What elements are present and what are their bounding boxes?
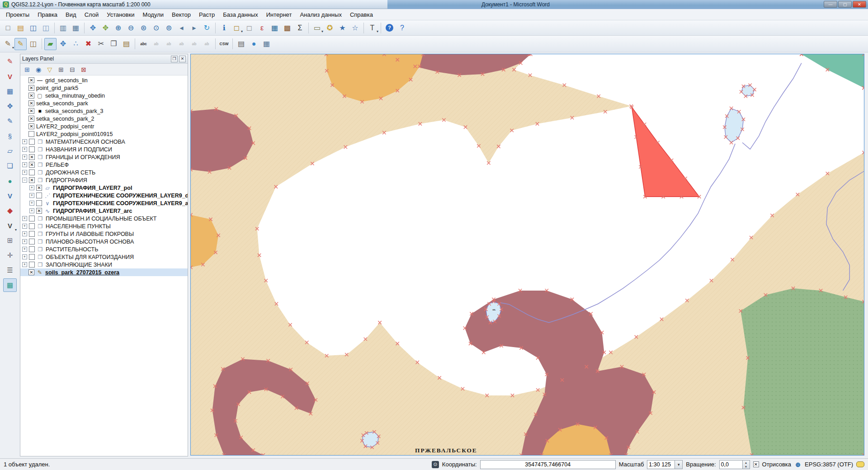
identify-features-button[interactable]: ℹ (218, 22, 230, 34)
layer-checkbox[interactable]: ✕ (28, 77, 34, 83)
layer-row-layer2_podpisi_point010915[interactable]: LAYER2_podpisi_point010915 (20, 130, 188, 138)
layer-checkbox[interactable] (29, 231, 35, 237)
layer-row-gidrotekh-sooruzheniya-layer9-arc[interactable]: +∨ГИДРОТЕХНИЧЕСКИЕ СООРУЖЕНИЯ_LAYER9_arc (20, 199, 188, 207)
whats-this-button[interactable]: ? (396, 22, 408, 34)
freehand-digitize-tool[interactable]: ✎ (3, 55, 17, 68)
shape-tool[interactable]: ▱ (3, 144, 17, 158)
multi-shape-tool[interactable]: ❏ (3, 159, 17, 173)
add-group-button[interactable]: ⊞ (22, 65, 32, 75)
mouse-position-icon[interactable]: ⊙ (432, 461, 439, 468)
layer-checkbox[interactable]: ✕ (28, 93, 34, 99)
toggle-editing-button[interactable]: ✎ (14, 38, 27, 50)
layer-checkbox[interactable] (29, 246, 35, 252)
menu-view[interactable]: Вид (61, 10, 80, 19)
menu-vector[interactable]: Вектор (168, 10, 195, 19)
layer-row-obekty-dlya-kartoizdaniya[interactable]: +❐ОБЪЕКТЫ ДЛЯ КАРТОИЗДАНИЯ (20, 253, 188, 261)
collapse-all-button[interactable]: ⊟ (67, 65, 77, 75)
menu-web[interactable]: Интернет (262, 10, 296, 19)
current-edits-button[interactable]: ✎▾ (2, 38, 14, 50)
map-tips-button[interactable]: ✪ (324, 22, 336, 34)
layer-expander[interactable]: + (22, 170, 27, 175)
crs-status[interactable]: EPSG:3857 (OTF) (805, 461, 853, 468)
layer-checkbox[interactable] (29, 262, 35, 268)
layer-expander[interactable]: + (22, 247, 27, 252)
layer-visibility-button[interactable]: ◉ (33, 65, 43, 75)
layer-expander[interactable]: − (22, 178, 27, 183)
pan-to-selection-button[interactable]: ✥ (99, 22, 112, 34)
save-project-as-button[interactable]: ◫ (40, 22, 52, 34)
minimize-button[interactable]: — (824, 1, 837, 8)
layer-expander[interactable]: + (29, 193, 34, 198)
scale-input[interactable] (647, 460, 675, 469)
expand-all-button[interactable]: ⊞ (56, 65, 66, 75)
grid-overlay-tool[interactable]: ⊞ (3, 234, 17, 247)
layer-checkbox[interactable]: ✕ (29, 177, 35, 183)
layer-row-matematicheskaya-osnova[interactable]: +❐МАТЕМАТИЧЕСКАЯ ОСНОВА (20, 138, 188, 146)
labeling-button[interactable]: abc (137, 38, 150, 50)
zoom-next-button[interactable]: ▸ (188, 22, 200, 34)
refresh-map-button[interactable]: ↻ (201, 22, 213, 34)
menu-database[interactable]: База данных (219, 10, 262, 19)
vector-v-tool[interactable]: V (3, 70, 17, 83)
menu-settings[interactable]: Установки (103, 10, 138, 19)
layer-row-promyshlennye-i-sotsialnye-obekty[interactable]: +❐ПРОМЫШЛЕН.И СОЦИАЛЬНЫЕ ОБЪЕКТ (20, 215, 188, 222)
layer-row-naselennye-punkty[interactable]: +❐НАСЕЛЕННЫЕ ПУНКТЫ (20, 222, 188, 230)
spiral-tool[interactable]: § (3, 129, 17, 143)
layer-expander[interactable]: + (22, 216, 27, 221)
layer-checkbox[interactable] (29, 239, 35, 244)
open-attribute-table-button[interactable]: ▦ (269, 22, 281, 34)
v-digitize-tool[interactable]: V (3, 189, 17, 202)
layer-row-soils_park_27072015_ozera[interactable]: ✕✎soils_park_27072015_ozera (20, 268, 188, 276)
menu-help[interactable]: Справка (346, 10, 377, 19)
layer-checkbox[interactable]: ✕ (28, 269, 34, 275)
layer-checkbox[interactable]: ✕ (36, 185, 42, 191)
background-window-titlebar[interactable]: Документ1 - Microsoft Word — ▢ ✕ (387, 0, 868, 9)
render-checkbox[interactable]: ✕ (753, 461, 759, 467)
field-calculator-button[interactable]: ▩ (281, 22, 293, 34)
layer-row-setka_seconds_park_3[interactable]: ✕■setka_seconds_park_3 (20, 107, 188, 115)
web-globe-tool[interactable]: ● (3, 174, 17, 188)
layer-row-gidrografiya-layer7-arc[interactable]: +✕∿ГИДРОГРАФИЯ_LAYER7_arc (20, 207, 188, 215)
layer-expander[interactable]: + (29, 201, 34, 206)
print-button[interactable]: ▤ (235, 38, 247, 50)
text-annotation-button[interactable]: T▾ (366, 22, 378, 34)
zoom-to-layer-button[interactable]: ⊚ (163, 22, 175, 34)
coordinates-input[interactable] (480, 460, 616, 469)
surveyor-tool[interactable]: ☰ (3, 263, 17, 277)
close-panel-button[interactable]: ✕ (179, 56, 186, 62)
show-bookmarks-button[interactable]: ☆ (349, 22, 361, 34)
layer-row-gidrotekh-sooruzheniya-layer9-dot[interactable]: +⋰ГИДРОТЕХНИЧЕСКИЕ СООРУЖЕНИЯ_LAYER9_dot (20, 192, 188, 199)
remove-layer-button[interactable]: ⊠ (79, 65, 89, 75)
move-feature-button[interactable]: ✥ (57, 38, 69, 50)
layer-expander[interactable]: + (29, 208, 34, 213)
layer-checkbox[interactable]: ✕ (28, 85, 34, 91)
layer-checkbox[interactable] (28, 131, 34, 137)
copy-features-button[interactable]: ❐ (108, 38, 120, 50)
layer-checkbox[interactable]: ✕ (28, 116, 34, 122)
zoom-last-button[interactable]: ◂ (175, 22, 188, 34)
layer-row-setka_minutnay_obedin[interactable]: ✕▢setka_minutnay_obedin (20, 92, 188, 99)
layer-row-planovo-vysotnaya-osnova[interactable]: +❐ПЛАНОВО-ВЫСОТНАЯ ОСНОВА (20, 238, 188, 245)
move-tool[interactable]: ✥ (3, 99, 17, 113)
pin-tool[interactable]: ◆ (3, 204, 17, 217)
layer-checkbox[interactable] (29, 216, 35, 221)
menu-analysis[interactable]: Анализ данных (296, 10, 346, 19)
layer-row-gidrografiya[interactable]: −✕❐ГИДРОГРАФИЯ (20, 176, 188, 184)
layer-checkbox[interactable] (29, 254, 35, 260)
layer-row-grunty-i-lavovye-pokrovy[interactable]: +❐ГРУНТЫ И ЛАВОВЫЕ ПОКРОВЫ (20, 230, 188, 238)
layer-checkbox[interactable]: ✕ (28, 108, 34, 114)
layer-expander[interactable]: + (22, 224, 27, 229)
statistical-summary-button[interactable]: Σ (294, 22, 306, 34)
zoom-out-button[interactable]: ⊖ (125, 22, 137, 34)
delete-selected-button[interactable]: ✖ (82, 38, 94, 50)
layer-expander[interactable]: + (22, 162, 27, 167)
composer-manager-button[interactable]: ▦ (70, 22, 82, 34)
menu-layer[interactable]: Слой (80, 10, 103, 19)
zoom-in-button[interactable]: ⊕ (112, 22, 124, 34)
zoom-full-button[interactable]: ⊛ (137, 22, 150, 34)
layer-row-setka_seconds_park[interactable]: ✕setka_seconds_park (20, 99, 188, 107)
layer-checkbox[interactable]: ✕ (28, 100, 34, 106)
zoom-to-selection-button[interactable]: ⊙ (150, 22, 162, 34)
layer-row-grid_seconds_lin[interactable]: ✕—grid_seconds_lin (20, 76, 188, 84)
layer-expander[interactable]: + (22, 262, 27, 267)
